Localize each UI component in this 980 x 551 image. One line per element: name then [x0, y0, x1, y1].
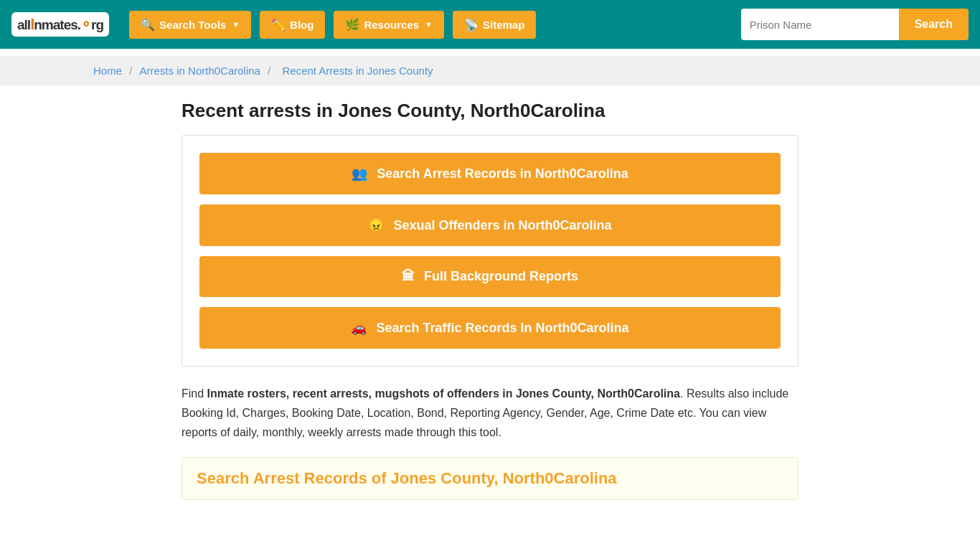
resources-button[interactable]: 🌿 Resources ▼: [334, 11, 444, 39]
resources-label: Resources: [364, 19, 419, 31]
prison-search-area: Search: [741, 9, 969, 40]
logo-text: allInmates.⚬rg: [11, 12, 109, 37]
breadcrumb-current: Recent Arrests in Jones County: [282, 65, 433, 77]
background-reports-icon: 🏛: [402, 269, 415, 283]
description-text: Find Inmate rosters, recent arrests, mug…: [182, 384, 798, 443]
search-tools-icon: 🔍: [141, 18, 155, 32]
prison-search-button-label: Search: [915, 18, 953, 30]
page-title: Recent arrests in Jones County, North0Ca…: [182, 100, 798, 122]
search-tools-label: Search Tools: [159, 19, 226, 31]
description-prefix: Find: [182, 387, 207, 400]
arrest-records-label: Search Arrest Records in North0Carolina: [377, 166, 628, 181]
traffic-records-label: Search Traffic Records In North0Carolina: [376, 321, 628, 335]
background-reports-button[interactable]: 🏛 Full Background Reports: [199, 256, 781, 297]
sitemap-label: Sitemap: [483, 19, 524, 31]
traffic-records-button[interactable]: 🚗 Search Traffic Records In North0Caroli…: [199, 307, 781, 349]
blog-label: Blog: [290, 19, 314, 31]
resources-caret: ▼: [425, 20, 433, 29]
search-tools-button[interactable]: 🔍 Search Tools ▼: [129, 11, 251, 39]
breadcrumb-nc[interactable]: Arrests in North0Carolina: [140, 65, 260, 77]
logo[interactable]: allInmates.⚬rg: [11, 12, 109, 37]
blog-icon: ✏️: [271, 18, 286, 32]
traffic-records-icon: 🚗: [351, 321, 367, 335]
search-tools-caret: ▼: [232, 20, 240, 29]
navbar: allInmates.⚬rg 🔍 Search Tools ▼ ✏️ Blog …: [0, 0, 980, 49]
prison-search-button[interactable]: Search: [899, 9, 969, 40]
background-reports-label: Full Background Reports: [424, 269, 578, 283]
main-content: Recent arrests in Jones County, North0Ca…: [167, 85, 813, 514]
search-records-title: Search Arrest Records of Jones County, N…: [197, 469, 783, 488]
sitemap-icon: 📡: [464, 18, 479, 32]
breadcrumb-home[interactable]: Home: [93, 65, 122, 77]
search-records-section: Search Arrest Records of Jones County, N…: [182, 457, 798, 500]
breadcrumb: Home / Arrests in North0Carolina / Recen…: [93, 65, 887, 77]
arrest-records-button[interactable]: 👥 Search Arrest Records in North0Carolin…: [199, 153, 781, 194]
prison-name-input[interactable]: [741, 9, 899, 40]
sexual-offenders-label: Sexual Offenders in North0Carolina: [393, 218, 611, 232]
action-buttons-card: 👥 Search Arrest Records in North0Carolin…: [182, 135, 798, 367]
sexual-offenders-icon: 😠: [368, 218, 384, 232]
resources-icon: 🌿: [345, 18, 359, 32]
sexual-offenders-button[interactable]: 😠 Sexual Offenders in North0Carolina: [199, 204, 781, 246]
arrest-records-icon: 👥: [352, 166, 367, 181]
description-bold: Inmate rosters, recent arrests, mugshots…: [207, 387, 680, 400]
breadcrumb-sep-2: /: [268, 65, 273, 77]
sitemap-button[interactable]: 📡 Sitemap: [453, 11, 536, 39]
blog-button[interactable]: ✏️ Blog: [260, 11, 325, 39]
breadcrumb-sep-1: /: [129, 65, 135, 77]
breadcrumb-area: Home / Arrests in North0Carolina / Recen…: [0, 56, 980, 85]
